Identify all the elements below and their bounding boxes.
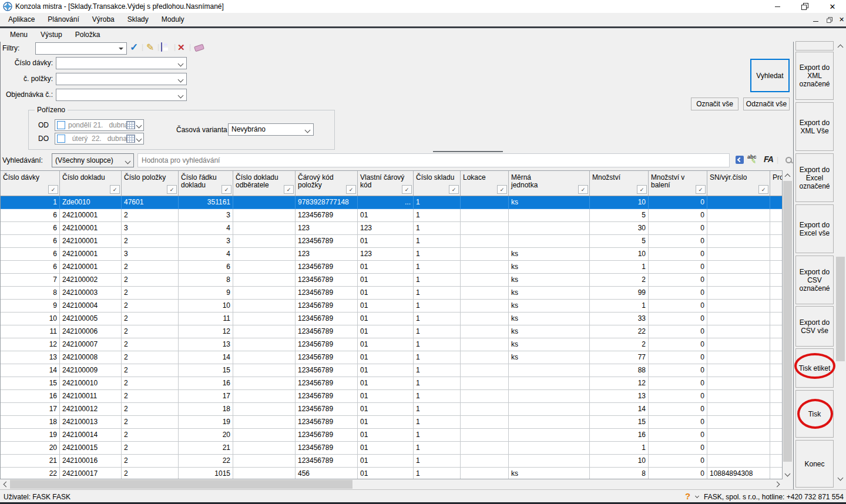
column-filter-button[interactable]: ✓ (758, 185, 768, 194)
table-row[interactable]: 14242100009215123456789011880 (1, 364, 782, 377)
scroll-right-button[interactable] (773, 479, 783, 489)
grid-vertical-scrollbar[interactable] (783, 170, 793, 479)
table-row[interactable]: 6242100001341231231ks100 (1, 248, 782, 261)
scroll-up-button[interactable] (835, 41, 845, 51)
deselect-all-button[interactable]: Odznačit vše (743, 98, 790, 110)
to-date-checkbox[interactable] (57, 135, 65, 143)
table-row[interactable]: 624210000126123456789011ks10 (1, 261, 782, 274)
column-filter-button[interactable]: ✓ (221, 185, 231, 194)
export-excel-selected-button[interactable]: Export do Excel označené (795, 153, 834, 202)
column-filter-button[interactable]: ✓ (578, 185, 588, 194)
mdi-minimize-icon[interactable] (813, 18, 818, 22)
chevron-down-icon[interactable] (136, 136, 142, 142)
restore-button[interactable] (796, 1, 814, 12)
calendar-icon[interactable] (126, 135, 135, 143)
menu-aplikace[interactable]: Aplikace (2, 13, 41, 26)
print-labels-button[interactable]: Tisk etiket (795, 348, 834, 388)
column-header[interactable]: Čárový kód položky✓ (296, 171, 358, 196)
filter-preset-combobox[interactable] (35, 42, 127, 55)
table-row[interactable]: 16242100011217123456789011130 (1, 390, 782, 403)
column-filter-button[interactable]: ✓ (449, 185, 459, 194)
mdi-close-icon[interactable]: ✕ (839, 16, 844, 23)
table-row[interactable]: 9242100004210123456789011ks10 (1, 300, 782, 313)
scrollbar-thumb[interactable] (836, 257, 845, 361)
edit-pencil-icon[interactable]: ✎ (146, 42, 154, 53)
order-number-combobox[interactable] (56, 89, 187, 101)
batch-number-combobox[interactable] (56, 57, 187, 69)
scroll-left-button[interactable] (0, 479, 10, 489)
select-all-button[interactable]: Označit vše (691, 98, 738, 110)
save-icon[interactable] (161, 42, 162, 52)
menu-planovani[interactable]: Plánování (41, 13, 85, 26)
table-row[interactable]: 19242100014220123456789011160 (1, 429, 782, 442)
column-header[interactable]: Číslo dokladu odběratele✓ (233, 171, 296, 196)
column-header[interactable]: Prove (770, 171, 783, 196)
help-icon[interactable]: ? (685, 491, 690, 501)
table-row[interactable]: 17242100012218123456789011140 (1, 403, 782, 416)
column-header[interactable]: Číslo položky✓ (122, 171, 179, 196)
to-date-picker[interactable]: úterý 22. dubna 2025 (55, 133, 144, 145)
export-xml-all-button[interactable]: Export do XML Vše (795, 102, 834, 151)
table-row[interactable]: 18242100013219123456789011150 (1, 416, 782, 429)
export-csv-all-button[interactable]: Export do CSV vše (795, 306, 834, 347)
table-row[interactable]: 6242100001341231231300 (1, 222, 782, 235)
from-date-picker[interactable]: pondělí 21. dubna 2025 (55, 119, 144, 131)
calendar-icon[interactable] (126, 121, 135, 129)
minimize-button[interactable] (768, 1, 786, 12)
apply-filter-check-icon[interactable]: ✓ (130, 41, 138, 53)
column-header[interactable]: Lokace✓ (461, 171, 509, 196)
column-header[interactable]: SN/výr.číslo✓ (707, 171, 770, 196)
column-filter-button[interactable]: ✓ (48, 185, 58, 194)
time-variant-combobox[interactable]: Nevybráno (228, 123, 314, 136)
table-row[interactable]: 824210000329123456789011ks990 (1, 287, 782, 300)
export-csv-selected-button[interactable]: Export do CSV označené (795, 256, 834, 304)
table-row[interactable]: 2224210001721015456011ks8010884894308 (1, 468, 782, 479)
column-filter-button[interactable]: ✓ (497, 185, 507, 194)
close-button[interactable]: ✕ (824, 1, 841, 12)
column-header[interactable]: Množství✓ (590, 171, 649, 196)
menu-vystup[interactable]: Výstup (34, 28, 69, 42)
mdi-restore-icon[interactable] (827, 17, 832, 23)
column-filter-button[interactable]: ✓ (346, 185, 356, 194)
column-filter-button[interactable]: ✓ (110, 185, 120, 194)
chevron-down-icon[interactable] (695, 494, 699, 498)
column-header[interactable]: Měrná jednotka✓ (509, 171, 590, 196)
search-input[interactable] (137, 153, 730, 167)
print-button[interactable]: Tisk (795, 390, 834, 438)
column-filter-button[interactable]: ✓ (402, 185, 412, 194)
table-row[interactable]: 11242100006212123456789011ks220 (1, 325, 782, 338)
menu-menu[interactable]: Menu (4, 28, 34, 42)
table-row[interactable]: 15242100010216123456789011120 (1, 377, 782, 390)
table-row[interactable]: 62421000012312345678901150 (1, 235, 782, 248)
font-icon[interactable]: FA (764, 154, 773, 164)
search-column-combobox[interactable]: (Všechny sloupce) (52, 153, 134, 167)
end-button[interactable]: Konec (795, 440, 834, 488)
table-row[interactable]: 1Zde0010476013511619783928777148...1ks10… (1, 196, 782, 209)
column-filter-button[interactable]: ✓ (637, 185, 647, 194)
column-header[interactable]: Číslo dokladu✓ (60, 171, 122, 196)
search-button[interactable]: Vyhledat (750, 59, 790, 92)
column-header[interactable]: Číslo skladu✓ (414, 171, 461, 196)
menu-polozka[interactable]: Položka (69, 28, 107, 42)
table-row[interactable]: 13242100008214123456789011ks770 (1, 351, 782, 364)
from-date-checkbox[interactable] (57, 121, 65, 129)
scroll-down-button[interactable] (835, 473, 845, 483)
column-header[interactable]: Množství v balení✓ (649, 171, 707, 196)
item-number-combobox[interactable] (56, 73, 187, 85)
table-row[interactable]: 724210000228123456789011ks20 (1, 274, 782, 287)
column-filter-button[interactable]: ✓ (167, 185, 177, 194)
eraser-icon[interactable] (194, 44, 204, 52)
table-row[interactable]: 10242100005211123456789011ks330 (1, 313, 782, 325)
table-row[interactable]: 12242100007213123456789011ks20 (1, 338, 782, 351)
scrollbar-thumb[interactable] (783, 181, 792, 462)
chevron-down-icon[interactable] (136, 122, 142, 128)
column-filter-button[interactable]: ✓ (696, 185, 706, 194)
scroll-down-button[interactable] (783, 469, 793, 479)
menu-vyroba[interactable]: Výroba (86, 13, 121, 26)
scroll-up-button[interactable] (783, 170, 793, 180)
side-button-partial[interactable] (795, 41, 834, 51)
column-header[interactable]: Číslo řádku dokladu✓ (179, 171, 233, 196)
export-excel-all-button[interactable]: Export do Excel vše (795, 204, 834, 253)
export-xml-selected-button[interactable]: Export do XML označené (795, 52, 834, 100)
menu-sklady[interactable]: Sklady (121, 13, 155, 26)
